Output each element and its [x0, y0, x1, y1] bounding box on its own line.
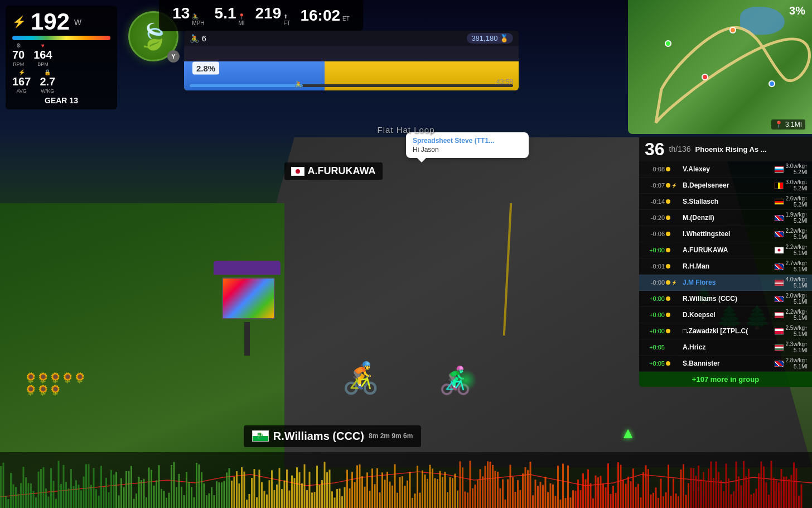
- rider-icons-1: ⚡: [666, 183, 682, 188]
- mph-unit-block: 🚴 MPH: [192, 13, 204, 27]
- svg-rect-259: [647, 469, 649, 508]
- rider-time-7: -0:00: [644, 279, 665, 286]
- rider-row-5[interactable]: +0:00 A.FURUKAWA 2.2w/kg↑ 5.1MI: [639, 242, 812, 258]
- rider-row-11[interactable]: +0:05 A.Hricz 2.3w/kg↑ 5.1MI: [639, 339, 812, 356]
- svg-rect-119: [296, 467, 298, 508]
- rider-row-10[interactable]: +0:00 □.Zawadzki [ZTPL.C( 2.5w/kg↑ 5.1MI: [639, 323, 812, 339]
- rider-row-2[interactable]: -0:14 S.Stallasch 2.6w/kg↑ 5.2MI: [639, 194, 812, 210]
- svg-rect-62: [153, 486, 155, 508]
- svg-rect-98: [244, 472, 245, 508]
- svg-rect-144: [359, 464, 361, 508]
- rider-row-9[interactable]: +0:00 D.Koepsel 2.2w/kg↑ 5.1MI: [639, 307, 812, 323]
- svg-rect-117: [291, 476, 293, 508]
- svg-rect-162: [404, 486, 406, 508]
- rider-row-3[interactable]: -0:20 M.(Denzil) 1.9w/kg↑ 5.2MI: [639, 210, 812, 226]
- rpm-label: RPM: [13, 61, 24, 67]
- svg-rect-168: [419, 493, 421, 508]
- svg-rect-61: [151, 470, 152, 508]
- svg-rect-103: [256, 497, 258, 508]
- svg-rect-70: [173, 462, 175, 508]
- svg-rect-239: [597, 477, 599, 508]
- rider-row-1[interactable]: -0:07 ⚡ B.Depelseneer 3.0w/kg↓ 5.2MI: [639, 178, 812, 194]
- svg-rect-315: [788, 479, 790, 508]
- ft-label: FT: [283, 20, 290, 27]
- rider-row-0[interactable]: -0:08 V.Alexey 3.0w/kg↑ 5.2MI: [639, 161, 812, 178]
- svg-rect-123: [306, 490, 308, 508]
- svg-rect-275: [688, 483, 689, 508]
- svg-rect-152: [379, 492, 381, 508]
- rider-icons-10: [666, 329, 682, 333]
- rider-row-7[interactable]: -0:00 ⚡ J.M Flores 4.0w/kg↑ 5.1MI: [639, 275, 812, 291]
- svg-rect-136: [339, 488, 341, 508]
- svg-rect-76: [188, 482, 190, 508]
- svg-rect-297: [743, 461, 745, 508]
- svg-rect-306: [766, 482, 767, 508]
- green-arrow-up: ▲: [620, 424, 636, 442]
- rider-row-12[interactable]: +0:05 S.Bannister 2.8w/kg↑ 5.1MI: [639, 356, 812, 372]
- svg-rect-189: [472, 488, 473, 508]
- svg-rect-292: [731, 494, 732, 508]
- cyclist-player: 🚴: [341, 360, 380, 396]
- avg-label: AVG: [17, 88, 27, 94]
- power-row: ⚡ 192 w: [12, 10, 110, 33]
- rider-flag-11: [775, 344, 784, 351]
- svg-rect-153: [381, 472, 383, 508]
- svg-rect-49: [120, 478, 122, 508]
- svg-rect-34: [83, 477, 85, 508]
- rider-icons-7: ⚡: [666, 280, 682, 285]
- rider-panel-header: 36 th/136 Phoenix Rising As ...: [639, 137, 812, 161]
- svg-rect-224: [560, 500, 562, 508]
- svg-rect-174: [434, 478, 436, 508]
- svg-rect-272: [680, 469, 682, 508]
- svg-rect-96: [239, 483, 240, 508]
- bpm-label: BPM: [37, 61, 49, 67]
- svg-rect-309: [773, 477, 775, 508]
- svg-rect-102: [254, 469, 255, 508]
- rider-name-5: A.FURUKAWA: [683, 246, 775, 254]
- svg-rect-138: [344, 487, 346, 508]
- svg-rect-17: [40, 469, 42, 508]
- svg-rect-299: [748, 469, 750, 508]
- map-road-svg: [628, 0, 812, 134]
- svg-rect-311: [778, 483, 780, 508]
- svg-rect-5: [10, 473, 12, 508]
- rider-name-10: □.Zawadzki [ZTPL.C(: [683, 327, 775, 335]
- rider-row-4[interactable]: -0:06 I.Whettingsteel 2.2w/kg↑ 5.1MI: [639, 226, 812, 242]
- bpm-stat: ♥ 164 BPM: [33, 42, 52, 67]
- svg-rect-44: [108, 492, 110, 508]
- svg-rect-128: [319, 485, 321, 508]
- road-center-line: [503, 203, 512, 336]
- rider-time-4: -0:06: [644, 231, 665, 237]
- svg-rect-97: [241, 467, 243, 508]
- svg-rect-247: [617, 462, 619, 508]
- rider-row-8[interactable]: +0:00 R.Williams (CCC) 2.0w/kg↑ 5.1MI: [639, 291, 812, 307]
- svg-rect-313: [783, 477, 785, 508]
- svg-rect-177: [442, 477, 443, 508]
- svg-rect-242: [605, 487, 607, 508]
- svg-rect-3: [5, 496, 7, 508]
- svg-rect-32: [78, 485, 80, 508]
- rider-icons-5: [666, 248, 682, 252]
- svg-rect-159: [397, 493, 398, 508]
- gear-label: GEAR 13: [12, 96, 110, 105]
- svg-rect-133: [331, 491, 333, 508]
- svg-rect-83: [206, 495, 207, 508]
- svg-rect-185: [462, 467, 463, 508]
- svg-rect-139: [346, 470, 348, 508]
- rider-row-6[interactable]: -0:01 R.H.Man 2.7w/kg↑ 5.1MI: [639, 258, 812, 275]
- svg-rect-182: [455, 474, 456, 508]
- svg-rect-266: [665, 492, 667, 508]
- svg-rect-110: [274, 490, 276, 508]
- svg-rect-232: [580, 490, 582, 508]
- svg-rect-90: [224, 481, 225, 508]
- svg-rect-52: [128, 471, 130, 508]
- svg-rect-130: [324, 462, 326, 508]
- svg-rect-35: [85, 464, 87, 508]
- svg-rect-277: [693, 468, 694, 508]
- svg-rect-267: [668, 464, 669, 508]
- svg-rect-135: [336, 489, 338, 508]
- rider-flag-4: [775, 231, 784, 237]
- svg-rect-126: [314, 492, 316, 508]
- svg-rect-302: [756, 488, 757, 508]
- svg-rect-6: [13, 484, 14, 508]
